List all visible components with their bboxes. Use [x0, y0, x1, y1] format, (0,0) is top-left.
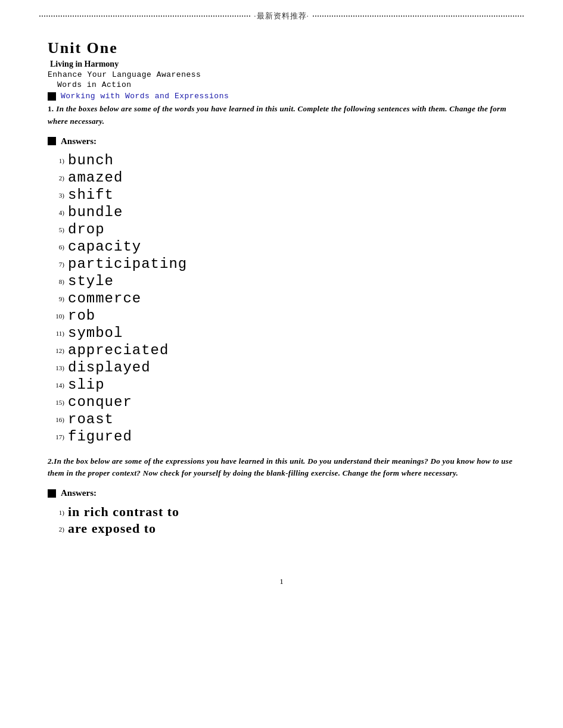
list-item: 3) shift — [48, 187, 515, 203]
top-banner: ·最新资料推荐· — [0, 0, 563, 27]
page: ·最新资料推荐· Unit One Living in Harmony Enha… — [0, 0, 563, 728]
answer-word: slip — [68, 377, 105, 393]
list-item: 15) conquer — [48, 394, 515, 410]
answer-word: style — [68, 273, 114, 289]
list-item: 1) in rich contrast to — [48, 504, 515, 520]
question-2-text: In the box below are some of the express… — [48, 457, 512, 478]
answer-num: 5) — [48, 226, 64, 233]
answer-word: symbol — [68, 325, 123, 341]
subtitle-harmony: Living in Harmony — [48, 60, 515, 69]
answer-num: 3) — [48, 192, 64, 199]
answers-2-label: Answers: — [61, 488, 97, 498]
answer-word: commerce — [68, 290, 141, 307]
list-item: 14) slip — [48, 377, 515, 393]
answer-num: 7) — [48, 261, 64, 268]
answer-word: roast — [68, 411, 114, 427]
square-icon — [48, 92, 56, 101]
answer-word: participating — [68, 256, 187, 272]
list-item: 6) capacity — [48, 239, 515, 255]
answer-num: 13) — [48, 364, 64, 371]
section-header-text: Working with Words and Expressions — [61, 92, 229, 101]
list-item: 9) commerce — [48, 290, 515, 307]
answer-num: 9) — [48, 295, 64, 302]
answer-word: in rich contrast to — [68, 504, 179, 520]
answer-num: 1) — [48, 157, 64, 164]
list-item: 16) roast — [48, 411, 515, 427]
list-item: 2) are exposed to — [48, 521, 515, 536]
answers-1-header: Answers: — [48, 136, 515, 146]
unit-title: Unit One — [48, 39, 515, 57]
list-item: 7) participating — [48, 256, 515, 272]
list-item: 4) bundle — [48, 204, 515, 220]
question-2-num: 2. — [48, 457, 54, 465]
answer-word: drop — [68, 221, 105, 238]
list-item: 1) bunch — [48, 152, 515, 168]
answer-num: 2) — [48, 526, 64, 533]
answer-word: rob — [68, 308, 95, 324]
dotted-line-right — [313, 15, 524, 17]
question-2: 2.In the box below are some of the expre… — [48, 455, 515, 480]
question-1-num: 1. — [48, 104, 54, 113]
answer-word: capacity — [68, 239, 141, 255]
subtitle-enhance: Enhance Your Language Awareness — [48, 70, 515, 79]
answer-num: 10) — [48, 313, 64, 320]
list-item: 12) appreciated — [48, 342, 515, 358]
banner-label: ·最新资料推荐· — [254, 11, 309, 21]
question-1: 1.In the boxes below are some of the wor… — [48, 103, 515, 128]
answer-word: appreciated — [68, 342, 169, 358]
answer-num: 6) — [48, 243, 64, 251]
answer-num: 12) — [48, 347, 64, 354]
answer-num: 1) — [48, 509, 64, 516]
answer-word: displayed — [68, 360, 151, 376]
answers-square-icon-2 — [48, 489, 56, 498]
answers-square-icon-1 — [48, 137, 56, 145]
list-item: 2) amazed — [48, 170, 515, 186]
answer-num: 4) — [48, 209, 64, 216]
answer-num: 11) — [48, 330, 64, 337]
answer-num: 8) — [48, 278, 64, 285]
subtitle-words: Words in Action — [48, 80, 515, 89]
list-item: 13) displayed — [48, 360, 515, 376]
answer-num: 16) — [48, 416, 64, 423]
answers-1-label: Answers: — [61, 136, 97, 146]
answers-2-header: Answers: — [48, 488, 515, 498]
section-header: Working with Words and Expressions — [48, 92, 515, 101]
answer-word: conquer — [68, 394, 132, 410]
page-number: 1 — [0, 571, 563, 598]
main-content: Unit One Living in Harmony Enhance Your … — [0, 27, 563, 571]
answer-num: 15) — [48, 399, 64, 406]
answer-word: bunch — [68, 152, 114, 168]
answer-word: shift — [68, 187, 114, 203]
answer-word: bundle — [68, 204, 123, 220]
list-item: 11) symbol — [48, 325, 515, 341]
answer-word: are exposed to — [68, 521, 156, 536]
answer-num: 14) — [48, 382, 64, 389]
answer-list-1: 1) bunch 2) amazed 3) shift 4) bundle 5)… — [48, 152, 515, 445]
answer-word: figured — [68, 429, 132, 445]
answer-word: amazed — [68, 170, 123, 186]
list-item: 5) drop — [48, 221, 515, 238]
answer-list-2: 1) in rich contrast to 2) are exposed to — [48, 504, 515, 536]
answer-num: 17) — [48, 433, 64, 440]
answer-num: 2) — [48, 174, 64, 182]
list-item: 8) style — [48, 273, 515, 289]
list-item: 17) figured — [48, 429, 515, 445]
question-1-text: In the boxes below are some of the words… — [48, 104, 506, 126]
dotted-line-left — [39, 15, 250, 17]
list-item: 10) rob — [48, 308, 515, 324]
